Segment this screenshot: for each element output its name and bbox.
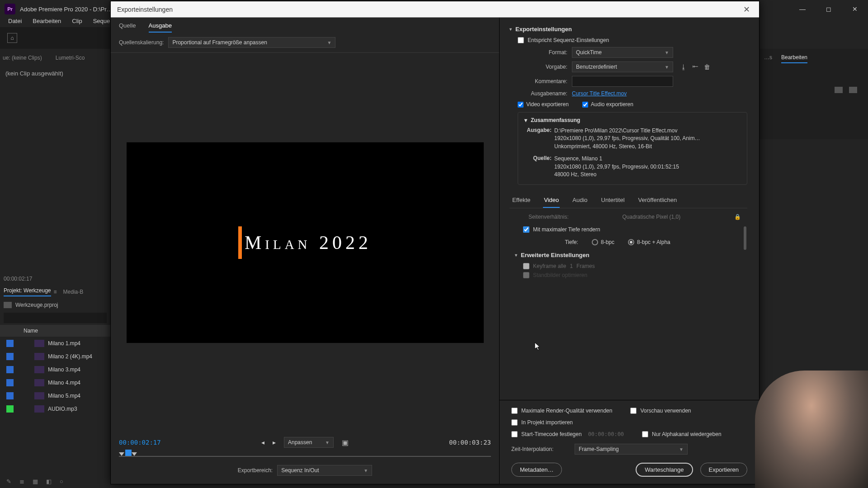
project-tab[interactable]: Projekt: Werkzeuge (4, 287, 51, 296)
panel-menu-icon[interactable]: ≡ (54, 289, 57, 295)
new-item-icon[interactable] (849, 87, 857, 93)
dialog-title: Exporteinstellungen (117, 6, 173, 13)
fit-select[interactable]: Anpassen ▼ (284, 437, 334, 448)
lock-icon[interactable]: 🔒 (734, 214, 741, 220)
save-preset-icon[interactable]: ⭳ (680, 63, 687, 70)
export-audio-checkbox[interactable] (582, 102, 588, 108)
export-settings-dialog: Exporteinstellungen ✕ Quelle Ausgabe Que… (110, 1, 760, 484)
project-search-input[interactable] (4, 313, 107, 323)
project-file-row[interactable]: Milano 4.mp4 (0, 376, 110, 389)
clip-thumb-icon (34, 366, 44, 373)
menu-edit[interactable]: Bearbeiten (27, 16, 66, 26)
preview-total-timecode: 00:00:03:23 (449, 439, 491, 446)
max-render-quality-checkbox[interactable] (511, 408, 518, 414)
tab-source[interactable]: Quelle (119, 22, 136, 33)
project-file-row[interactable]: AUDIO.mp3 (0, 402, 110, 415)
comments-input[interactable] (572, 76, 673, 87)
metadata-button[interactable]: Metadaten… (511, 463, 562, 477)
project-file-row[interactable]: Milano 3.mp4 (0, 363, 110, 376)
file-name: Milano 2 (4K).mp4 (48, 353, 92, 360)
project-file-row[interactable]: Milano 2 (4K).mp4 (0, 350, 110, 363)
tab-video[interactable]: Video (543, 193, 560, 208)
project-file-row[interactable]: Milano 5.mp4 (0, 389, 110, 402)
export-video-checkbox[interactable] (518, 102, 524, 108)
output-name-label: Ausgabename: (518, 90, 567, 97)
playhead[interactable] (125, 450, 132, 456)
match-sequence-label: Entspricht Sequenz-Einstellungen (528, 37, 609, 43)
freeform-view-icon[interactable]: ◧ (46, 478, 52, 485)
preset-select[interactable]: Benutzerdefiniert ▼ (572, 61, 673, 72)
aspect-ratio-value: Quadratische Pixel (1,0) (622, 214, 680, 220)
set-start-timecode-checkbox[interactable] (511, 431, 518, 437)
summary-source-value: Sequence, Milano 1 868x488 (1,0), 29,9… (554, 155, 741, 178)
file-name: Milano 5.mp4 (48, 393, 80, 399)
menu-clip[interactable]: Clip (66, 16, 87, 26)
file-name: AUDIO.mp3 (48, 406, 77, 412)
alpha-only-checkbox[interactable] (642, 431, 648, 437)
max-depth-checkbox[interactable] (523, 226, 529, 233)
source-scaling-select[interactable]: Proportional auf Framegröße anpassen ▼ (168, 37, 335, 48)
aspect-crop-icon[interactable]: ▣ (342, 438, 349, 447)
tab-captions[interactable]: Untertitel (600, 193, 626, 208)
in-point-marker[interactable] (119, 452, 124, 456)
export-video-label: Video exportieren (526, 101, 569, 108)
depth-8bpc-label: 8-bpc (601, 239, 614, 245)
delete-preset-icon[interactable]: 🗑 (704, 63, 710, 70)
out-point-marker[interactable] (132, 452, 137, 456)
preview-current-timecode[interactable]: 00:00:02:17 (119, 439, 161, 446)
chevron-down-icon[interactable]: ▾ (515, 253, 517, 258)
column-name-header[interactable]: Name (0, 325, 110, 337)
import-into-project-checkbox[interactable] (511, 419, 518, 426)
home-icon[interactable]: ⌂ (7, 33, 17, 43)
play-forward-icon[interactable]: ▸ (273, 439, 276, 446)
dialog-close-button[interactable]: ✕ (740, 3, 753, 16)
import-preset-icon[interactable]: ⭰ (692, 63, 698, 70)
chevron-down-icon[interactable]: ▾ (524, 117, 527, 123)
tab-output[interactable]: Ausgabe (149, 22, 172, 33)
scrollbar-thumb[interactable] (744, 226, 746, 250)
label-color-badge (6, 379, 14, 386)
media-browser-tab[interactable]: Media-B (63, 289, 84, 295)
use-previews-checkbox[interactable] (630, 408, 637, 414)
match-sequence-checkbox[interactable] (518, 37, 524, 43)
format-value: QuickTime (576, 49, 602, 56)
edit-workspace-tab[interactable]: Bearbeiten (781, 54, 807, 63)
time-interpolation-select[interactable]: Frame-Sampling ▼ (575, 444, 688, 455)
depth-8bpc-radio[interactable]: 8-bpc (592, 239, 614, 245)
use-previews-label: Vorschau verwenden (640, 408, 691, 414)
preview-video: Milan 2022 (127, 142, 484, 343)
source-panel-tab[interactable]: ue: (keine Clips) (3, 55, 42, 61)
export-button[interactable]: Exportieren (700, 463, 747, 477)
preview-timeline[interactable] (119, 450, 491, 461)
tab-publish[interactable]: Veröffentlichen (637, 193, 678, 208)
icon-view-icon[interactable]: ▦ (33, 478, 38, 485)
list-view-icon[interactable]: ≣ (19, 478, 24, 485)
set-start-timecode-label: Start-Timecode festlegen (521, 431, 582, 437)
label-color-badge (6, 366, 14, 373)
chevron-down-icon[interactable]: ▾ (509, 27, 512, 32)
tab-audio[interactable]: Audio (571, 193, 588, 208)
depth-label: Tiefe: (556, 239, 578, 245)
file-name: Milano 1.mp4 (48, 340, 80, 347)
chevron-down-icon: ▼ (679, 447, 684, 452)
effects-panel-tab[interactable]: …s (764, 54, 772, 63)
zoom-slider-icon[interactable]: ○ (60, 478, 63, 485)
summary-title: Zusammenfassung (531, 117, 580, 123)
depth-8bpc-alpha-radio[interactable]: 8-bpc + Alpha (628, 239, 670, 245)
label-color-badge (6, 405, 14, 413)
lumetri-tab[interactable]: Lumetri-Sco (56, 55, 85, 61)
chevron-down-icon: ▼ (363, 468, 368, 473)
comments-label: Kommentare: (518, 78, 567, 84)
output-name-link[interactable]: Cursor Title Effect.mov (572, 90, 627, 97)
tab-effects[interactable]: Effekte (511, 193, 531, 208)
keyframe-checkbox (523, 263, 529, 269)
format-select[interactable]: QuickTime ▼ (572, 47, 673, 58)
keyframe-value: 1 (570, 263, 573, 269)
export-range-select[interactable]: Sequenz In/Out ▼ (277, 465, 372, 476)
menu-file[interactable]: Datei (3, 16, 27, 26)
queue-button[interactable]: Warteschlange (636, 463, 693, 477)
tool-icon[interactable]: ✎ (6, 478, 11, 485)
project-file-row[interactable]: Milano 1.mp4 (0, 337, 110, 350)
play-backward-icon[interactable]: ◂ (261, 439, 264, 446)
folder-icon[interactable] (835, 87, 843, 93)
